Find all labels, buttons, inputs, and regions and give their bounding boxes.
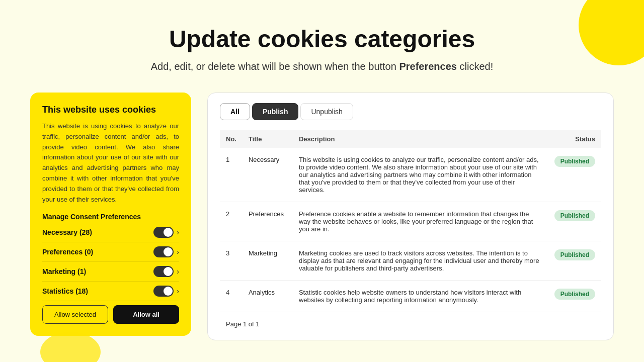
cell-title-0: Necessary	[243, 148, 293, 202]
tab-all[interactable]: All	[220, 103, 250, 120]
cookie-panel-description: This website is using cookies to analyze…	[42, 121, 179, 205]
subtitle-bold: Preferences	[399, 61, 457, 72]
pagination: Page 1 of 1	[220, 312, 601, 330]
cell-no-1: 2	[220, 202, 243, 241]
consent-item-preferences: Preferences (0) ›	[42, 246, 179, 262]
cell-title-1: Preferences	[243, 202, 293, 241]
cell-title-3: Analytics	[243, 281, 293, 312]
cell-no-3: 4	[220, 281, 243, 312]
toggle-marketing[interactable]	[153, 266, 174, 277]
cell-status-0: Published	[546, 148, 601, 202]
consent-item-statistics: Statistics (18) ›	[42, 286, 179, 301]
subtitle-after: clicked!	[457, 61, 493, 72]
main-content: This website uses cookies This website i…	[0, 82, 644, 350]
consent-controls-marketing[interactable]: ›	[153, 266, 179, 277]
cell-status-2: Published	[546, 241, 601, 281]
toggle-statistics[interactable]	[153, 286, 174, 297]
status-badge-3: Published	[554, 289, 595, 300]
status-badge-0: Published	[554, 156, 595, 167]
toggle-preferences[interactable]	[153, 246, 174, 257]
tab-publish[interactable]: Publish	[252, 103, 299, 120]
consent-label-marketing: Marketing (1)	[42, 267, 86, 276]
table-header-row: No. Title Description Status	[220, 130, 601, 148]
allow-all-button[interactable]: Allow all	[113, 305, 179, 324]
cell-desc-0: This website is using cookies to analyze…	[293, 148, 546, 202]
col-header-status: Status	[546, 130, 601, 148]
page-title: Update cookies categories	[20, 25, 624, 53]
consent-label-necessary: Necessary (28)	[42, 228, 92, 236]
consent-label-statistics: Statistics (18)	[42, 287, 88, 295]
col-header-no: No.	[220, 130, 243, 148]
page-header: Update cookies categories Add, edit, or …	[0, 0, 644, 82]
consent-controls-statistics[interactable]: ›	[153, 286, 179, 297]
table-panel: All Publish Unpublish No. Title Descript…	[207, 93, 614, 340]
table-row: 4 Analytics Statistic cookies help websi…	[220, 281, 601, 312]
cell-desc-2: Marketing cookies are used to track visi…	[293, 241, 546, 281]
cookie-buttons: Allow selected Allow all	[42, 305, 179, 324]
consent-item-necessary: Necessary (28) ›	[42, 227, 179, 242]
cell-desc-1: Preference cookies enable a website to r…	[293, 202, 546, 241]
subtitle-before: Add, edit, or delete what will be shown …	[151, 61, 399, 72]
cell-no-0: 1	[220, 148, 243, 202]
chevron-marketing[interactable]: ›	[177, 267, 179, 276]
cell-title-2: Marketing	[243, 241, 293, 281]
consent-controls-preferences[interactable]: ›	[153, 246, 179, 257]
consent-label-preferences: Preferences (0)	[42, 248, 93, 256]
status-badge-1: Published	[554, 210, 595, 221]
table-row: 2 Preferences Preference cookies enable …	[220, 202, 601, 241]
cookies-table: No. Title Description Status 1 Necessary…	[220, 130, 601, 312]
chevron-preferences[interactable]: ›	[177, 248, 179, 256]
consent-item-marketing: Marketing (1) ›	[42, 266, 179, 282]
tab-unpublish[interactable]: Unpublish	[300, 103, 353, 120]
cookie-panel-title: This website uses cookies	[42, 105, 179, 115]
allow-selected-button[interactable]: Allow selected	[42, 305, 108, 324]
cookie-panel: This website uses cookies This website i…	[30, 93, 191, 336]
consent-controls-necessary[interactable]: ›	[153, 227, 179, 238]
page-subtitle: Add, edit, or delete what will be shown …	[20, 61, 624, 72]
status-badge-2: Published	[554, 249, 595, 260]
table-row: 3 Marketing Marketing cookies are used t…	[220, 241, 601, 281]
cell-no-2: 3	[220, 241, 243, 281]
toggle-necessary[interactable]	[153, 227, 174, 238]
col-header-description: Description	[293, 130, 546, 148]
cell-status-1: Published	[546, 202, 601, 241]
manage-consent-title: Manage Consent Preferences	[42, 213, 179, 221]
table-row: 1 Necessary This website is using cookie…	[220, 148, 601, 202]
chevron-statistics[interactable]: ›	[177, 287, 179, 295]
cell-status-3: Published	[546, 281, 601, 312]
cell-desc-3: Statistic cookies help website owners to…	[293, 281, 546, 312]
chevron-necessary[interactable]: ›	[177, 228, 179, 236]
tab-bar: All Publish Unpublish	[220, 103, 601, 120]
col-header-title: Title	[243, 130, 293, 148]
